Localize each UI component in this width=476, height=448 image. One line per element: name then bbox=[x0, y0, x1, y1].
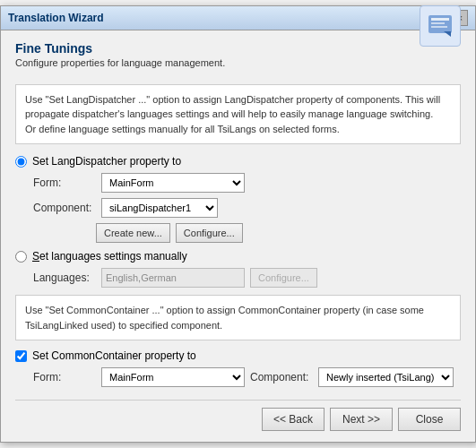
info-text: Use "Set LangDispatcher ..." option to a… bbox=[25, 94, 440, 134]
svg-rect-1 bbox=[431, 18, 449, 21]
svg-marker-4 bbox=[444, 31, 451, 37]
option1-radio-label[interactable]: Set LangDispatcher property to bbox=[15, 155, 461, 168]
option3-form-row: Form: MainForm Component: Newly inserted… bbox=[33, 367, 461, 387]
option2-languages-label: Languages: bbox=[33, 271, 96, 284]
option3-checkbox[interactable] bbox=[15, 350, 27, 362]
close-button[interactable]: Close bbox=[398, 408, 461, 431]
configure-button-1[interactable]: Configure... bbox=[176, 223, 243, 243]
configure-button-2[interactable]: Configure... bbox=[250, 268, 317, 288]
info-box2: Use "Set CommonContainer ..." option to … bbox=[15, 295, 461, 340]
option1-component-select[interactable]: siLangDispatcher1 bbox=[101, 198, 218, 218]
translation-wizard-window: Translation Wizard × Fine Tunings Config… bbox=[0, 5, 476, 444]
languages-input bbox=[101, 268, 245, 288]
section-desc: Configure properties for language manage… bbox=[15, 57, 420, 68]
option3-form-label: Form: bbox=[33, 371, 96, 383]
option3-checkbox-label[interactable]: Set CommonContainer property to bbox=[15, 349, 461, 362]
svg-rect-3 bbox=[431, 26, 447, 28]
svg-rect-2 bbox=[431, 22, 445, 24]
option1-label: Set LangDispatcher property to bbox=[32, 155, 181, 168]
bottom-buttons: << Back Next >> Close bbox=[15, 400, 461, 431]
create-new-button[interactable]: Create new... bbox=[96, 223, 170, 243]
option3-form-select[interactable]: MainForm bbox=[101, 367, 245, 387]
create-configure-row: Create new... Configure... bbox=[96, 223, 461, 243]
wizard-icon bbox=[420, 5, 461, 47]
option1-form-label: Form: bbox=[33, 177, 96, 189]
option3-component-select[interactable]: Newly inserted (TsiLang) bbox=[318, 367, 454, 387]
option1-form-row: Form: MainForm bbox=[33, 173, 461, 193]
option2-radio[interactable] bbox=[15, 251, 27, 263]
option1-group: Set LangDispatcher property to Form: Mai… bbox=[15, 155, 461, 243]
window-title: Translation Wizard bbox=[8, 12, 104, 24]
option1-form-select[interactable]: MainForm bbox=[101, 173, 245, 193]
option1-component-row: Component: siLangDispatcher1 bbox=[33, 198, 461, 218]
option1-component-label: Component: bbox=[33, 202, 96, 214]
option2-radio-label[interactable]: Set languages settings manually bbox=[15, 250, 461, 263]
back-button[interactable]: << Back bbox=[262, 408, 325, 431]
option3-group: Set CommonContainer property to Form: Ma… bbox=[15, 349, 461, 387]
option1-radio[interactable] bbox=[15, 156, 27, 168]
icon-area bbox=[420, 5, 461, 47]
wizard-content: Fine Tunings Configure properties for la… bbox=[1, 30, 475, 443]
option2-languages-row: Languages: Configure... bbox=[33, 268, 461, 288]
info-text2: Use "Set CommonContainer ..." option to … bbox=[25, 305, 424, 331]
translation-icon bbox=[426, 12, 454, 40]
header-area: Fine Tunings Configure properties for la… bbox=[15, 41, 461, 77]
header-left: Fine Tunings Configure properties for la… bbox=[15, 41, 420, 77]
option3-component-label: Component: bbox=[250, 371, 313, 383]
info-box: Use "Set LangDispatcher ..." option to a… bbox=[15, 84, 461, 145]
title-bar: Translation Wizard × bbox=[1, 6, 475, 30]
option2-label: Set languages settings manually bbox=[32, 250, 187, 263]
option2-group: Set languages settings manually Language… bbox=[15, 250, 461, 288]
section-title: Fine Tunings bbox=[15, 41, 420, 56]
option3-label: Set CommonContainer property to bbox=[32, 349, 196, 362]
next-button[interactable]: Next >> bbox=[330, 408, 393, 431]
